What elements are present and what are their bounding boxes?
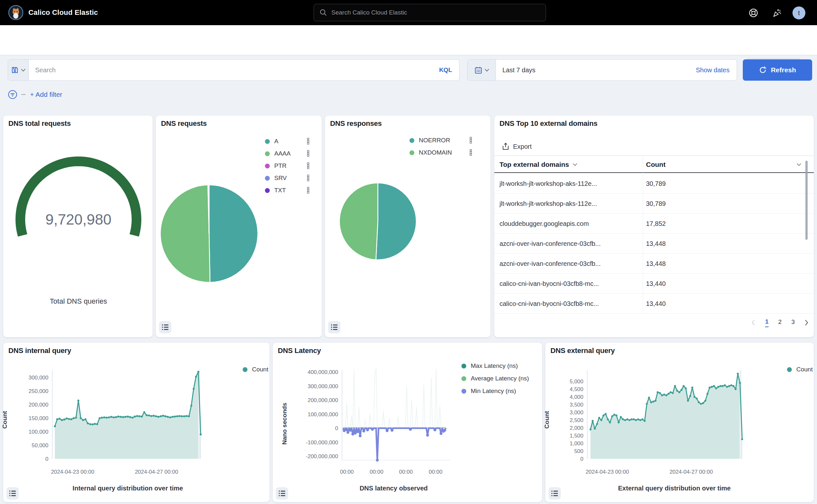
- legend-item-Count[interactable]: Count: [243, 366, 268, 373]
- legend-toggle-button[interactable]: [276, 487, 288, 499]
- data-point: [148, 415, 150, 417]
- user-avatar[interactable]: t: [792, 6, 805, 19]
- refresh-icon: [759, 66, 767, 74]
- legend-item-PTR[interactable]: PTR: [265, 162, 287, 169]
- data-point: [426, 434, 429, 437]
- legend-toggle-button[interactable]: [328, 321, 340, 333]
- area-chart[interactable]: 050,000100,000150,000200,000250,000300,0…: [3, 343, 269, 502]
- pie-chart[interactable]: [156, 116, 322, 337]
- table-row[interactable]: jlt-worksh-jlt-workshop-aks-112e...30,78…: [494, 194, 814, 214]
- legend-more-actions-icon[interactable]: [307, 162, 310, 170]
- add-filter-button[interactable]: + Add filter: [30, 91, 62, 98]
- legend-dot-icon: [265, 151, 270, 156]
- data-point: [75, 417, 77, 418]
- data-point: [602, 415, 604, 417]
- export-button[interactable]: Export: [502, 143, 532, 150]
- legend-item-NOERROR[interactable]: NOERROR: [409, 137, 450, 144]
- data-point: [125, 416, 126, 418]
- legend-item-AAAA[interactable]: AAAA: [265, 150, 291, 157]
- data-point: [676, 390, 678, 392]
- legend-item-A[interactable]: A: [265, 138, 278, 145]
- table-row[interactable]: calico-cni-ivan-byocni-03cfb8-mc...13,44…: [494, 294, 814, 314]
- legend-label: AAAA: [274, 150, 291, 157]
- kql-search-input[interactable]: [35, 66, 439, 74]
- pie-slice-NXDOMAIN[interactable]: [339, 183, 378, 260]
- table-row[interactable]: azcni-over-ivan-conference-03cfb...13,44…: [494, 234, 814, 254]
- legend-toggle-button[interactable]: [549, 487, 561, 499]
- data-point: [127, 416, 129, 418]
- page-previous-icon[interactable]: [751, 319, 755, 326]
- legend-item-SRV[interactable]: SRV: [265, 175, 287, 182]
- show-dates-button[interactable]: Show dates: [696, 66, 730, 74]
- page-next-icon[interactable]: [804, 319, 809, 326]
- legend-item-Count[interactable]: Count: [787, 366, 813, 373]
- legend-more-actions-icon[interactable]: [307, 175, 310, 183]
- data-point: [54, 425, 56, 427]
- legend-more-actions-icon[interactable]: [307, 187, 310, 195]
- y-tick-label: 200,000: [29, 402, 48, 408]
- query-search-bar[interactable]: KQL: [8, 59, 459, 81]
- chevron-down-icon: [21, 69, 25, 72]
- pie-slice-AAAA[interactable]: [160, 185, 210, 282]
- cell-count: 30,789: [646, 174, 666, 194]
- legend-toggle-button[interactable]: [6, 487, 19, 499]
- time-picker[interactable]: Last 7 days Show dates: [467, 59, 737, 81]
- data-point: [134, 416, 136, 418]
- legend-more-actions-icon[interactable]: [469, 149, 472, 157]
- help-lifebuoy-icon[interactable]: [749, 8, 758, 18]
- data-point: [345, 428, 348, 431]
- table-scrollbar[interactable]: [805, 161, 808, 240]
- data-point: [68, 418, 70, 420]
- data-point: [663, 394, 665, 396]
- kql-toggle[interactable]: KQL: [439, 66, 452, 74]
- column-header-count[interactable]: Count: [646, 156, 809, 173]
- data-point: [162, 415, 164, 417]
- table-row[interactable]: jlt-worksh-jlt-workshop-aks-112e...30,78…: [494, 174, 814, 194]
- data-point: [190, 405, 192, 407]
- y-tick-label: 4,000: [570, 394, 583, 400]
- legend-item-TXT[interactable]: TXT: [265, 187, 286, 194]
- legend-more-actions-icon[interactable]: [307, 150, 310, 158]
- refresh-button[interactable]: Refresh: [743, 59, 812, 81]
- data-point: [650, 401, 652, 403]
- data-point: [739, 382, 741, 384]
- data-point: [433, 428, 436, 431]
- global-search-box[interactable]: [314, 4, 546, 21]
- legend-item-NXDOMAIN[interactable]: NXDOMAIN: [409, 149, 452, 156]
- area-chart[interactable]: 05001,0001,5002,0002,5003,0003,5004,0004…: [545, 343, 814, 502]
- data-point: [624, 419, 626, 421]
- page-button-1[interactable]: 1: [765, 318, 769, 327]
- page-button-2[interactable]: 2: [778, 318, 782, 327]
- table-row[interactable]: calico-cni-ivan-byocni-03cfb8-mc...13,44…: [494, 274, 814, 294]
- data-point: [143, 411, 145, 413]
- data-point: [359, 434, 362, 437]
- data-point: [691, 387, 693, 388]
- news-party-popper-icon[interactable]: [772, 8, 782, 18]
- table-row[interactable]: clouddebugger.googleapis.com17,852: [494, 214, 814, 234]
- app-logo-icon[interactable]: [8, 5, 23, 20]
- x-axis-title: DNS latency observed: [359, 485, 428, 492]
- pie-slice-NOERROR[interactable]: [376, 183, 416, 260]
- pie-slice-A[interactable]: [209, 185, 258, 282]
- legend-label: A: [274, 138, 278, 145]
- legend-item-Max Latency (ns)[interactable]: Max Latency (ns): [461, 362, 518, 369]
- saved-query-menu[interactable]: [8, 60, 29, 80]
- legend-item-Average Latency (ns)[interactable]: Average Latency (ns): [461, 375, 529, 382]
- time-quick-menu[interactable]: [468, 60, 496, 80]
- data-point: [183, 415, 185, 417]
- data-point: [193, 388, 195, 390]
- time-range-value[interactable]: Last 7 days: [502, 66, 696, 74]
- legend-more-actions-icon[interactable]: [307, 138, 310, 146]
- legend-toggle-button[interactable]: [159, 321, 171, 333]
- pie-chart[interactable]: [325, 116, 490, 337]
- data-point: [63, 418, 65, 420]
- legend-item-Min Latency (ns)[interactable]: Min Latency (ns): [461, 388, 516, 395]
- column-header-domains[interactable]: Top external domains: [499, 156, 578, 173]
- global-search-input[interactable]: [331, 9, 525, 16]
- legend-more-actions-icon[interactable]: [469, 137, 472, 145]
- data-point: [61, 419, 63, 421]
- filter-icon[interactable]: [8, 90, 17, 99]
- table-row[interactable]: azcni-over-ivan-conference-03cfb...13,44…: [494, 254, 814, 274]
- page-button-3[interactable]: 3: [791, 318, 795, 327]
- data-point: [609, 421, 611, 423]
